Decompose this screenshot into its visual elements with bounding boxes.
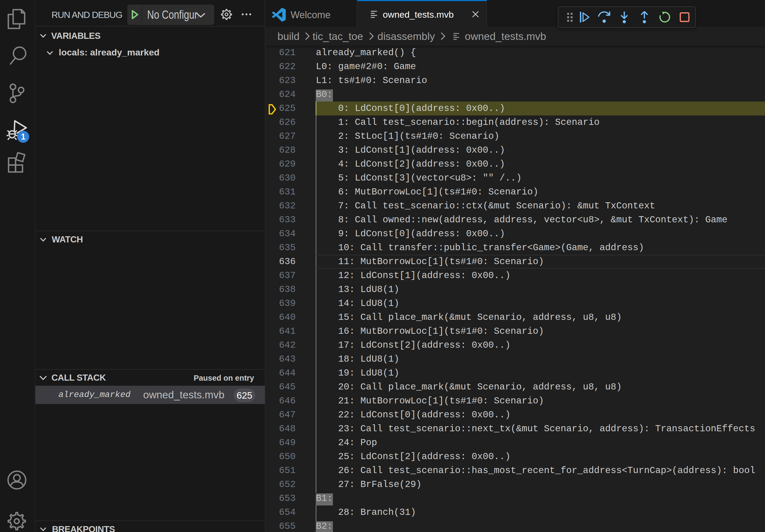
- svg-text:1: 1: [21, 132, 25, 141]
